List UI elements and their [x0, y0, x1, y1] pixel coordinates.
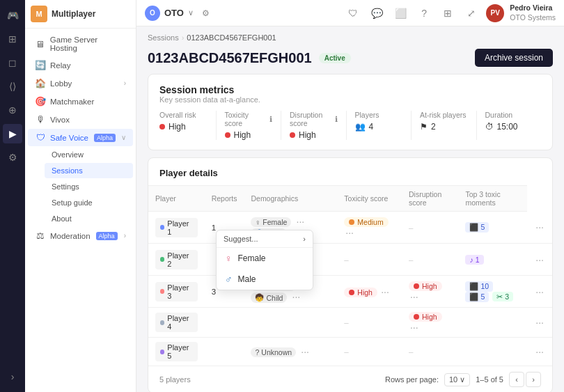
session-gear-btn[interactable]: ⚙ [198, 5, 214, 22]
score-dot [349, 290, 354, 295]
col-demographics: Demographics [244, 186, 337, 212]
metric-disruption: Disruption score ℹ High [281, 111, 347, 140]
breadcrumb-parent[interactable]: Sessions [148, 33, 179, 42]
safe-voice-submenu: Overview Sessions Settings Setup guide A… [25, 147, 136, 226]
dropdown-header: Suggest... › [217, 230, 313, 248]
disruption-text: High [299, 130, 316, 140]
app-name: Multiplayer [52, 9, 95, 19]
table-row: Player 2 ♂ Male ··· 👤 Adult ··· – – [148, 244, 552, 276]
nav-icon-4[interactable]: ⊕ [3, 100, 22, 120]
toxicity-info-icon: ℹ [269, 115, 272, 123]
players-text: 4 [369, 122, 374, 132]
gender-more-btn[interactable]: ··· [299, 346, 311, 357]
dropdown-chevron-icon: › [303, 235, 306, 243]
dropdown-item-female[interactable]: ♀ Female [217, 248, 313, 269]
grid-topbar-icon[interactable]: ⊞ [439, 4, 457, 22]
at-risk-icon: ⚑ [420, 122, 428, 132]
setup-guide-label: Setup guide [52, 198, 93, 207]
toxicity-text: High [234, 130, 251, 140]
players-value: 👥 4 [355, 122, 403, 132]
expand-topbar-icon[interactable]: ⤢ [462, 4, 480, 22]
player-1-moments: ⬛ 5 [458, 212, 527, 244]
toxicity-more-btn[interactable]: ··· [344, 227, 355, 238]
female-gender-icon: ♀ [225, 253, 233, 264]
toxicity-value: High [225, 130, 273, 140]
expand-sidebar-btn[interactable]: › [3, 367, 22, 386]
nav-icon-3[interactable]: ⟨⟩ [3, 77, 22, 96]
shield-topbar-icon[interactable]: 🛡 [344, 4, 362, 22]
col-reports: Reports [205, 186, 244, 212]
disruption-value: High [290, 130, 338, 140]
row-more-btn[interactable]: ··· [534, 317, 545, 328]
nav-icon-2[interactable]: ◻ [3, 53, 22, 72]
suggest-dropdown: Suggest... › ♀ Female ♂ Male [216, 230, 313, 290]
player-1-disruption: – [402, 212, 459, 244]
sidebar-item-game-server[interactable]: 🖥 Game Server Hosting [28, 32, 133, 56]
rows-per-page-select[interactable]: 10 ∨ [444, 373, 470, 386]
sidebar-item-relay[interactable]: 🔄 Relay [28, 56, 133, 74]
terminal-topbar-icon[interactable]: ⬜ [391, 4, 409, 22]
unknown-icon: ? [255, 348, 259, 356]
row-more-btn[interactable]: ··· [534, 286, 545, 297]
nav-icon-5[interactable]: ▶ [3, 124, 22, 143]
overall-risk-value: High [159, 122, 207, 132]
icon-sidebar: 🎮 ⊞ ◻ ⟨⟩ ⊕ ▶ ⚙ › [0, 0, 25, 392]
sidebar-item-lobby[interactable]: 🏠 Lobby › [28, 75, 133, 92]
sidebar-item-overview[interactable]: Overview [45, 147, 133, 162]
toxicity-label: Toxicity score ℹ [225, 111, 273, 127]
sidebar-item-setup-guide[interactable]: Setup guide [45, 195, 133, 210]
sidebar-item-safe-voice[interactable]: 🛡 Safe Voice Alpha ∨ [28, 129, 133, 146]
moment-tag-3: ✂ 3 [492, 292, 513, 301]
metrics-subtitle: Key session data at-a-glance. [159, 95, 541, 104]
sidebar-item-moderation[interactable]: ⚖ Moderation Alpha › [28, 227, 133, 244]
age-tag: 🧒 Child [251, 292, 287, 303]
player-3-toxicity: High ··· [337, 276, 402, 308]
row-more-btn[interactable]: ··· [534, 346, 545, 357]
sidebar-item-sessions[interactable]: Sessions [45, 163, 133, 178]
dropdown-item-male[interactable]: ♂ Male [217, 269, 313, 290]
player-5-actions: ··· [527, 338, 552, 366]
disruption-more-btn[interactable]: ··· [409, 322, 420, 333]
brand-icon[interactable]: 🎮 [3, 6, 22, 25]
nav-icon-1[interactable]: ⊞ [3, 29, 22, 49]
toxicity-score-tag: High [344, 288, 377, 297]
toxicity-more-btn[interactable]: ··· [379, 286, 391, 297]
nav-top-bar: M Multiplayer [25, 0, 136, 29]
player-3-name: Player 3 [148, 276, 205, 308]
disruption-more-btn[interactable]: ··· [409, 291, 420, 302]
player-5-demographics: ? Unknown ··· [244, 338, 337, 366]
player-5-reports [205, 338, 244, 366]
sidebar-item-vivox[interactable]: 🎙 Vivox [28, 111, 133, 128]
player-4-name: Player 4 [148, 308, 205, 338]
prev-page-btn[interactable]: ‹ [509, 372, 524, 387]
breadcrumb-sep: › [182, 33, 185, 42]
dropdown-title: Suggest... [224, 235, 258, 243]
gender-more-btn[interactable]: ··· [295, 216, 306, 227]
row-more-btn[interactable]: ··· [534, 221, 545, 233]
nav-icon-6[interactable]: ⚙ [3, 148, 22, 167]
table-row: Player 5 ? Unknown ··· – – ··· [148, 338, 552, 366]
sidebar-item-settings[interactable]: Settings [45, 179, 133, 194]
sidebar-item-matchmaker[interactable]: 🎯 Matchmaker [28, 93, 133, 110]
next-page-btn[interactable]: › [526, 372, 541, 387]
row-more-btn[interactable]: ··· [534, 254, 545, 265]
player-3-disruption: High ··· [402, 276, 459, 308]
archive-session-button[interactable]: Archive session [475, 49, 553, 67]
sidebar-item-safe-voice-label: Safe Voice [50, 134, 88, 142]
settings-label: Settings [52, 182, 79, 191]
player-table: Player Reports Demographics Toxicity sco… [148, 185, 552, 366]
player-4-demographics [244, 308, 337, 338]
sidebar-item-about[interactable]: About [45, 211, 133, 226]
moderation-icon: ⚖ [35, 230, 46, 241]
age-more-btn[interactable]: ··· [291, 291, 302, 302]
game-server-icon: 🖥 [35, 39, 46, 49]
disruption-score-tag: High [409, 281, 442, 291]
chat-topbar-icon[interactable]: 💬 [368, 4, 386, 22]
session-dropdown-btn[interactable]: ∨ [188, 8, 194, 17]
help-topbar-icon[interactable]: ? [415, 4, 433, 22]
gender-tag: ♀ Female [251, 217, 291, 227]
relay-icon: 🔄 [35, 60, 46, 70]
col-toxicity: Toxicity score [337, 186, 402, 212]
session-avatar: O [145, 6, 160, 21]
duration-value: ⏱ 15:00 [485, 122, 533, 132]
